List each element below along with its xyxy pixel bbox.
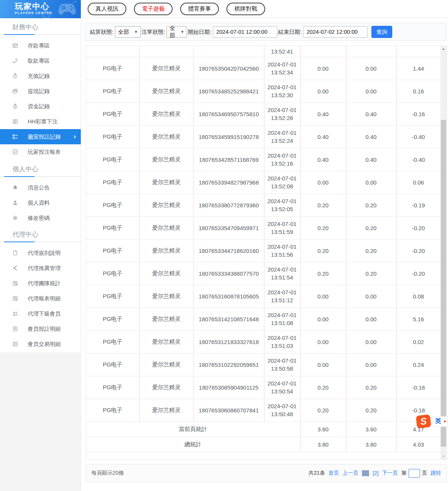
cell-order-id: 1807653102292059651 <box>193 353 264 376</box>
ime-dot-icon <box>444 420 446 422</box>
cell-game: 爱尔兰精灵 <box>139 330 193 353</box>
tab-category[interactable]: 體育賽事 <box>180 3 219 15</box>
table-row: PG电子爱尔兰精灵18076534852529884212024-07-0113… <box>86 80 441 103</box>
scrollbar-down-arrow-icon[interactable]: ▼ <box>440 453 446 459</box>
cell-valid-bet: 0.00 <box>346 308 396 330</box>
cell-win-loss: -0.20 <box>396 262 441 285</box>
cell-time: 2024-07-0113:51:54 <box>264 262 300 285</box>
ring-decoration <box>41 10 51 18</box>
sidebar-item[interactable]: 會員交易明細 <box>0 336 81 352</box>
section-title: 代理中心 <box>0 230 81 239</box>
cell-bet: 0.00 <box>300 330 346 353</box>
cell-time: 2024-07-0113:52:16 <box>264 148 300 171</box>
cell-platform: PG电子 <box>86 399 139 422</box>
table-scrollbar[interactable]: ▲ ▼ <box>440 46 446 459</box>
settle-status-select[interactable]: 全部 ▼ <box>115 26 141 38</box>
page-jump-input[interactable] <box>409 469 420 478</box>
cell-order-id: 1807653469507575810 <box>193 103 264 125</box>
sidebar-item[interactable]: 代理團隊統計 <box>0 276 81 291</box>
table-row: PG电子爱尔兰精灵18076533547094599712024-07-0113… <box>86 216 441 239</box>
sidebar-item[interactable]: 會員投註明細 <box>0 321 81 336</box>
scrollbar-up-arrow-icon[interactable]: ▲ <box>440 46 446 52</box>
cell-win-loss: 0.02 <box>396 330 441 353</box>
cell-game: 爱尔兰精灵 <box>139 353 193 376</box>
tab-category[interactable]: 真人視訊 <box>88 3 126 15</box>
sidebar-item-label: 提現記錄 <box>28 88 50 95</box>
cell-valid-bet: 0.40 <box>346 148 396 171</box>
sidebar-item[interactable]: 代理規則說明 <box>0 245 81 260</box>
cell-order-id: 1807653354709459971 <box>193 216 264 239</box>
sidebar-item[interactable]: 提現記錄 <box>0 84 81 99</box>
cell-platform: PG电子 <box>86 57 139 80</box>
next-page-link[interactable]: 下一页 <box>382 470 398 477</box>
sidebar-item-label: 代理報表明細 <box>28 295 61 302</box>
cell-win-loss: 0.08 <box>396 285 441 308</box>
table-row: PG电子爱尔兰精灵18076530608607078412024-07-0113… <box>86 399 441 422</box>
start-date-input[interactable]: 2024-07-01 12:00:00 <box>213 26 277 38</box>
sidebar-item[interactable]: 代理報表明細 <box>0 291 81 306</box>
sidebar-item[interactable]: 修改密碼 <box>0 210 81 226</box>
cell-order-id: 1807653344718620160 <box>193 239 264 262</box>
sidebar-item[interactable]: 代理下級會員 <box>0 306 81 321</box>
sidebar-item[interactable]: 廳室投註記錄› <box>0 129 81 144</box>
sidebar-item[interactable]: 資金記錄 <box>0 99 81 114</box>
total-summary-bet: 3.80 <box>300 437 346 452</box>
cell-win-loss: -0.40 <box>396 125 441 148</box>
cell-valid-bet: 0.00 <box>346 330 396 353</box>
jump-control: 第 页 <box>401 469 427 478</box>
room-bet-list-icon <box>12 134 19 140</box>
current-page-indicator[interactable]: [1] <box>362 470 369 476</box>
tab-active[interactable]: 電子遊藝 <box>134 3 173 15</box>
sidebar-item[interactable]: HH彩票下注 <box>0 114 81 129</box>
sidebar-item-label: 玩家投注報表 <box>28 148 61 156</box>
lottery-list-icon <box>12 118 19 125</box>
cell-platform: PG电子 <box>86 376 139 399</box>
table-row: PG电子爱尔兰精灵18076531421085716482024-07-0113… <box>86 308 441 330</box>
sidebar-item-label: 資金記錄 <box>28 103 50 110</box>
sidebar-item[interactable]: 存款專區 <box>0 38 81 53</box>
cell-game: 爱尔兰精灵 <box>139 80 193 103</box>
table-row: PG电子爱尔兰精灵18076533948279879682024-07-0113… <box>86 171 441 194</box>
sogou-ime-icon[interactable]: S <box>416 414 431 428</box>
sidebar-item[interactable]: 充值記錄 <box>0 68 81 84</box>
scrollbar-thumb[interactable] <box>441 120 446 447</box>
cell-order-id: 1807653160878105605 <box>193 285 264 308</box>
jump-button[interactable]: 跳转 <box>431 470 441 477</box>
first-page-link[interactable]: 首页 <box>329 470 339 477</box>
sidebar-item[interactable]: 代理推廣管理 <box>0 260 81 276</box>
search-button[interactable]: 查詢 <box>371 26 392 38</box>
cell-win-loss <box>396 46 441 57</box>
tab-category[interactable]: 棋牌對戰 <box>226 3 265 15</box>
sidebar-header: 玩家中心 PLAYERS CENTER <box>0 0 81 18</box>
order-status-select[interactable]: 全部 ▼ <box>167 26 187 38</box>
recharge-bag-icon <box>12 73 19 79</box>
total-summary-win-loss: 4.03 <box>396 437 441 452</box>
cell-win-loss: 0.16 <box>396 80 441 103</box>
cell-valid-bet: 0.00 <box>346 353 396 376</box>
cell-order-id: 1807653085904901125 <box>193 376 264 399</box>
sidebar-item[interactable]: 玩家投注報表 <box>0 144 81 159</box>
cell-order-id: 1807653504207042560 <box>193 57 264 80</box>
prev-page-link[interactable]: 上一页 <box>343 470 358 477</box>
ime-language-panel[interactable]: 英 <box>432 416 448 427</box>
cell-game: 爱尔兰精灵 <box>139 399 193 422</box>
sidebar-item[interactable]: 個人資料 <box>0 195 81 210</box>
sidebar-item-label: 代理下級會員 <box>28 310 61 317</box>
total-summary-row: 總統計 3.80 3.80 4.03 <box>86 437 441 452</box>
sidebar-item[interactable]: 消息公告 <box>0 180 81 195</box>
sidebar: 玩家中心 PLAYERS CENTER 財務中心 存款專區取款專區充值記錄提現記… <box>0 0 81 353</box>
page-summary-label: 當前頁統計 <box>86 422 300 437</box>
cell-platform <box>86 46 139 57</box>
cell-order-id: 1807653121833327618 <box>193 330 264 353</box>
cell-win-loss: -0.16 <box>396 103 441 125</box>
members-icon <box>12 311 19 317</box>
jump-prefix: 第 <box>401 470 407 477</box>
sidebar-item[interactable]: 取款專區 <box>0 53 81 68</box>
cell-game: 爱尔兰精灵 <box>139 103 193 125</box>
cell-platform: PG电子 <box>86 285 139 308</box>
main-content: 真人視訊電子遊藝體育賽事棋牌對戰 結算狀態: 全部 ▼ 注單狀態: 全部 ▼ 開… <box>82 0 448 482</box>
end-date-input[interactable]: 2024-07-02 12:00:00 <box>303 26 368 38</box>
sidebar-item-label: 存款專區 <box>28 42 50 49</box>
sidebar-item-label: 消息公告 <box>28 184 50 191</box>
page-2-link[interactable]: [2] <box>373 470 379 476</box>
